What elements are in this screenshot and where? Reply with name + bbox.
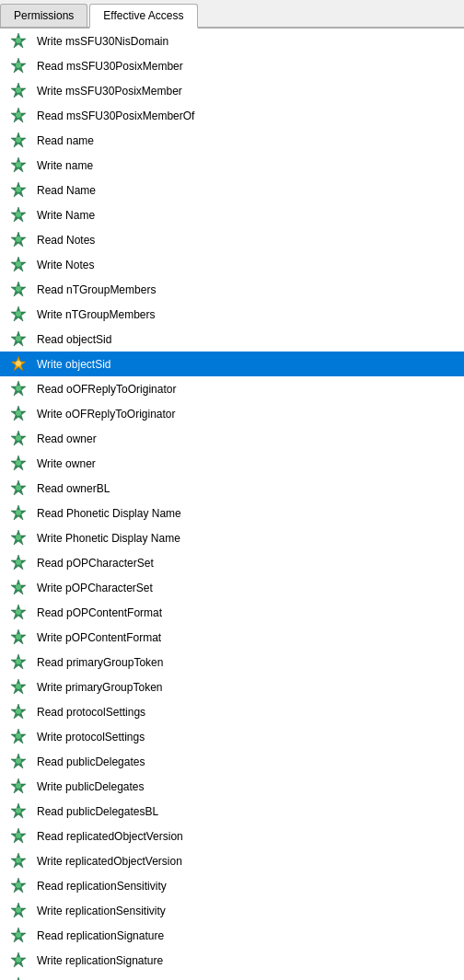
list-container: Write msSFU30NisDomainRead msSFU30PosixM…	[0, 29, 464, 980]
permission-label: Read replicationSensitivity	[33, 880, 460, 893]
permission-icon-cell	[4, 429, 33, 449]
svg-point-25	[16, 336, 21, 341]
permission-icon-cell	[4, 578, 33, 598]
permission-icon	[8, 180, 29, 201]
list-item[interactable]: Read primaryGroupToken	[0, 650, 464, 674]
permission-label: Read pOPCharacterSet	[33, 557, 460, 570]
list-item[interactable]: Read pOPContentFormat	[0, 600, 464, 625]
svg-point-21	[16, 286, 21, 292]
list-item[interactable]: Write replicationSignature	[0, 948, 464, 973]
svg-point-7	[16, 112, 21, 118]
permission-icon-cell	[4, 876, 33, 896]
list-item[interactable]: Write owner	[0, 451, 464, 476]
list-item[interactable]: Write msSFU30PosixMember	[0, 78, 464, 103]
list-item[interactable]: Read oOFReplyToOriginator	[0, 376, 464, 401]
list-item[interactable]: Write name	[0, 153, 464, 178]
list-item[interactable]: Read publicDelegates	[0, 749, 464, 774]
svg-point-43	[16, 559, 21, 565]
list-item[interactable]: Read Phonetic Display Name	[0, 501, 464, 525]
permission-label: Write owner	[33, 457, 460, 470]
list-item[interactable]: Write protocolSettings	[0, 724, 464, 749]
list-item[interactable]: Write pOPContentFormat	[0, 625, 464, 650]
list-item[interactable]: Read pOPCharacterSet	[0, 550, 464, 575]
permission-icon-cell	[4, 180, 33, 201]
svg-point-57	[16, 733, 21, 739]
permission-icon-cell	[4, 305, 33, 325]
permission-icon-cell	[4, 951, 33, 971]
svg-point-37	[16, 485, 21, 490]
permission-label: Write primaryGroupToken	[33, 681, 460, 694]
permission-icon-cell	[4, 801, 33, 822]
list-item[interactable]: Write Phonetic Display Name	[0, 525, 464, 550]
svg-point-1	[16, 38, 21, 43]
list-item[interactable]: Read publicDelegatesBL	[0, 799, 464, 824]
list-item[interactable]: Read nTGroupMembers	[0, 277, 464, 302]
permission-icon	[8, 280, 29, 300]
permission-icon-cell	[4, 752, 33, 772]
permission-icon-cell	[4, 851, 33, 871]
list-item[interactable]: Write oOFReplyToOriginator	[0, 401, 464, 426]
svg-point-65	[16, 833, 21, 838]
list-item[interactable]: Write primaryGroupToken	[0, 674, 464, 699]
permission-icon	[8, 31, 29, 52]
list-item[interactable]: Write nTGroupMembers	[0, 302, 464, 327]
permission-icon-cell	[4, 280, 33, 300]
permission-icon-cell	[4, 652, 33, 673]
list-item[interactable]: Write replicationSensitivity	[0, 898, 464, 923]
permission-label: Write publicDelegates	[33, 780, 460, 793]
list-item[interactable]: Read replicationSensitivity	[0, 873, 464, 898]
permission-label: Write name	[33, 159, 460, 172]
permission-icon	[8, 975, 29, 981]
permission-icon	[8, 81, 29, 101]
permission-icon	[8, 379, 29, 399]
tab-bar: PermissionsEffective Access	[0, 0, 464, 29]
list-item[interactable]: Read Notes	[0, 227, 464, 252]
permission-label: Read msSFU30PosixMemberOf	[33, 110, 460, 122]
permission-label: Read protocolSettings	[33, 706, 460, 719]
permission-icon	[8, 752, 29, 772]
permission-icon	[8, 404, 29, 424]
list-item[interactable]: Read objectSid	[0, 327, 464, 352]
list-item[interactable]: Read msSFU30PosixMember	[0, 53, 464, 78]
svg-point-17	[16, 236, 21, 242]
list-item[interactable]: Read name	[0, 128, 464, 153]
permission-label: Write oOFReplyToOriginator	[33, 408, 460, 421]
permission-icon	[8, 205, 29, 225]
list-item[interactable]: Read replicatedObjectVersion	[0, 824, 464, 848]
list-item[interactable]: Write pOPCharacterSet	[0, 575, 464, 600]
permission-icon-cell	[4, 354, 33, 375]
permission-icon	[8, 901, 29, 921]
svg-point-45	[16, 584, 21, 590]
permission-label: Write Notes	[33, 259, 460, 271]
list-item[interactable]: Read owner	[0, 426, 464, 451]
permission-icon-cell	[4, 975, 33, 981]
tab-permissions[interactable]: Permissions	[0, 4, 87, 27]
list-item[interactable]: Write Notes	[0, 252, 464, 277]
permission-icon	[8, 801, 29, 822]
tab-effective-access[interactable]: Effective Access	[89, 4, 197, 29]
permission-icon	[8, 230, 29, 250]
list-item[interactable]: Write objectSid	[0, 352, 464, 376]
list-item[interactable]: Read ownerBL	[0, 476, 464, 501]
permission-label: Read oOFReplyToOriginator	[33, 383, 460, 396]
permission-label: Write Phonetic Display Name	[33, 532, 460, 545]
permission-icon-cell	[4, 31, 33, 52]
svg-point-69	[16, 882, 21, 888]
svg-point-11	[16, 162, 21, 167]
list-item[interactable]: Read rIDSetReferences	[0, 973, 464, 980]
list-item[interactable]: Write replicatedObjectVersion	[0, 848, 464, 873]
list-item[interactable]: Read msSFU30PosixMemberOf	[0, 103, 464, 128]
permission-label: Read name	[33, 134, 460, 147]
list-item[interactable]: Write Name	[0, 202, 464, 227]
permission-icon-cell	[4, 826, 33, 847]
list-item[interactable]: Read replicationSignature	[0, 923, 464, 948]
list-item[interactable]: Read Name	[0, 178, 464, 202]
svg-marker-76	[11, 977, 26, 981]
list-item[interactable]: Write msSFU30NisDomain	[0, 29, 464, 53]
list-item[interactable]: Write publicDelegates	[0, 774, 464, 799]
permission-label: Write replicationSensitivity	[33, 905, 460, 917]
permission-icon	[8, 255, 29, 275]
list-item[interactable]: Read protocolSettings	[0, 699, 464, 724]
svg-point-59	[16, 758, 21, 764]
svg-point-61	[16, 783, 21, 789]
